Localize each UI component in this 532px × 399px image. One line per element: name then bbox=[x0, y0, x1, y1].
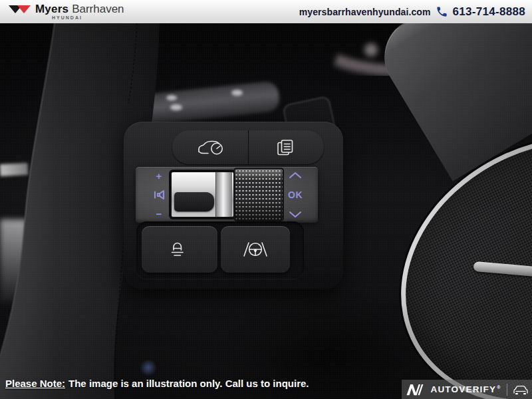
autoverify-label: AUTOVERIFY® bbox=[430, 384, 501, 394]
dealer-brand: HYUNDAI bbox=[52, 15, 124, 20]
bokeh-highlight bbox=[140, 359, 157, 376]
top-button-row bbox=[172, 130, 324, 164]
follow-distance-icon bbox=[168, 241, 191, 259]
slider-handle bbox=[174, 192, 214, 211]
scroll-wheel bbox=[235, 169, 283, 220]
slider-chrome-knob bbox=[215, 172, 232, 217]
volume-controls: + − bbox=[150, 168, 168, 221]
follow-distance-button bbox=[142, 226, 217, 273]
lane-keep-button bbox=[221, 226, 290, 273]
menu-pages-button bbox=[249, 130, 325, 164]
car-icon[interactable] bbox=[513, 384, 529, 395]
disclaimer-note: Please Note:The image is an illustration… bbox=[5, 378, 309, 389]
registered-mark: ® bbox=[497, 385, 501, 390]
ok-label: OK bbox=[288, 190, 303, 200]
volume-plus-label: + bbox=[156, 171, 162, 181]
drive-mode-icon bbox=[195, 138, 225, 158]
ok-scroll-controls: OK bbox=[286, 168, 305, 221]
dealer-header-banner: Myers Barrhaven HYUNDAI myersbarrhavenhy… bbox=[0, 0, 532, 24]
chevron-up-icon bbox=[288, 171, 303, 179]
disclaimer-label: Please Note: bbox=[5, 378, 65, 389]
menu-pages-icon bbox=[276, 138, 296, 157]
dealer-name-light: Barrhaven bbox=[72, 3, 124, 15]
lane-keep-icon bbox=[241, 241, 270, 258]
steering-wheel-photo: + − OK bbox=[0, 23, 532, 399]
disclaimer-text: The image is an illustration only. Call … bbox=[68, 378, 309, 389]
dealer-website: myersbarrhavenhyundai.com bbox=[299, 7, 431, 17]
autoverify-logo-icon bbox=[405, 384, 425, 396]
phone-icon bbox=[436, 5, 448, 18]
volume-minus-label: − bbox=[156, 209, 162, 219]
autoverify-badge[interactable]: AUTOVERIFY® bbox=[402, 380, 532, 399]
drive-mode-button bbox=[172, 130, 249, 164]
dealer-contact: myersbarrhavenhyundai.com 613-714-8888 bbox=[299, 5, 525, 19]
badge-divider bbox=[507, 384, 507, 396]
volume-slider bbox=[170, 171, 235, 218]
vehicle-photo-page: Myers Barrhaven HYUNDAI myersbarrhavenhy… bbox=[0, 0, 532, 399]
volume-speaker-icon bbox=[153, 190, 165, 200]
dealer-phone: 613-714-8888 bbox=[453, 5, 525, 19]
chevron-down-icon bbox=[288, 211, 303, 219]
dealer-logo-icon bbox=[8, 5, 32, 14]
dealer-name-bold: Myers bbox=[35, 3, 68, 15]
dealer-logo-block: Myers Barrhaven HYUNDAI bbox=[8, 3, 124, 20]
